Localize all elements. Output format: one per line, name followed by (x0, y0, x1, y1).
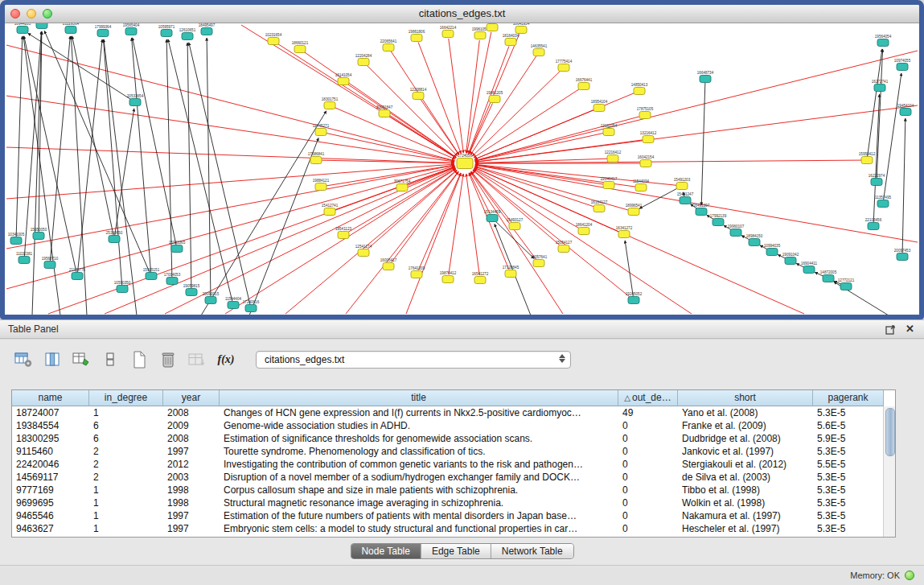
network-canvas[interactable]: 1094420311381113211293641799936419565404… (5, 23, 919, 315)
vertical-scrollbar[interactable] (883, 406, 895, 537)
table-row[interactable]: 1938455462009Genome-wide association stu… (12, 419, 895, 432)
function-builder-icon[interactable]: f(x) (216, 350, 236, 369)
citation-network-graph[interactable]: 1094420311381113211293641799936419565404… (5, 23, 919, 315)
graph-node[interactable]: 16648734 (697, 71, 714, 83)
graph-node[interactable]: 15054127 (556, 241, 573, 253)
graph-node[interactable]: 20097453 (894, 249, 911, 261)
graph-node[interactable]: 18660121 (292, 41, 309, 53)
graph-node[interactable]: 10341005 (8, 233, 25, 245)
graph-node[interactable]: 21129364 (63, 23, 80, 34)
column-header-out-de-[interactable]: △out_de… (618, 390, 678, 406)
window-close-button[interactable] (10, 9, 20, 19)
column-header-short[interactable]: short (678, 390, 813, 406)
show-columns-icon[interactable] (42, 350, 63, 369)
graph-node[interactable]: 18541123 (335, 227, 352, 239)
graph-node[interactable]: 10944203 (14, 23, 31, 34)
graph-node[interactable]: 19961054 (472, 27, 489, 39)
graph-node[interactable]: 18495497 (199, 23, 216, 35)
table-mode-icon[interactable] (13, 350, 34, 369)
window-zoom-button[interactable] (43, 9, 52, 19)
graph-node[interactable]: 25160650 (106, 231, 123, 243)
graph-node[interactable]: 19861205 (487, 91, 503, 103)
graph-hub-node[interactable]: 1724056 (457, 154, 473, 169)
column-header-in-degree[interactable]: in_degree (89, 390, 163, 406)
graph-node[interactable]: 19861806 (409, 30, 425, 42)
graph-node[interactable]: 19454104 (897, 104, 914, 116)
graph-node[interactable]: 10974055 (894, 59, 911, 71)
graph-node[interactable]: 20533654 (127, 94, 144, 106)
graph-node[interactable]: 16125436 (484, 23, 501, 31)
graph-node[interactable]: 15983365 (169, 241, 186, 253)
graph-node[interactable]: 17128845 (503, 266, 519, 278)
graph-node[interactable]: 20090015 (203, 292, 220, 304)
graph-node[interactable]: 16042154 (638, 155, 655, 167)
graph-node[interactable]: 13216412 (640, 131, 657, 143)
graph-node[interactable]: 17586841 (308, 152, 325, 164)
table-row[interactable]: 946554611997Estimation of the future num… (12, 509, 895, 522)
trash-icon[interactable] (158, 350, 179, 369)
graph-node[interactable]: 16904411 (801, 262, 818, 274)
graph-node[interactable]: 14850413 (631, 83, 648, 95)
graph-node[interactable]: 11381113 (34, 23, 50, 29)
graph-node[interactable]: 11544404 (225, 297, 242, 309)
graph-node[interactable]: 12208814 (410, 88, 427, 100)
graph-node[interactable]: 18301751 (322, 97, 339, 109)
graph-node[interactable]: 12610651 (179, 28, 196, 40)
table-selector-dropdown[interactable]: citations_edges.txt (256, 351, 571, 369)
window-titlebar[interactable]: citations_edges.txt (5, 5, 919, 23)
table-row[interactable]: 1872400712008Changes of HCN gene express… (12, 406, 895, 419)
graph-node[interactable]: 12161054 (601, 124, 618, 136)
create-column-icon[interactable] (71, 350, 92, 369)
graph-node[interactable]: 15950050 (31, 228, 47, 240)
table-row[interactable]: 1830029562008Estimation of significance … (12, 432, 895, 445)
graph-node[interactable]: 15905151 (143, 268, 160, 280)
column-header-name[interactable]: name (12, 390, 89, 406)
graph-node[interactable]: 16164127 (591, 200, 608, 212)
graph-node[interactable]: 19884121 (313, 179, 330, 191)
graph-node[interactable]: 10994035 (764, 244, 781, 256)
table-row[interactable]: 969969511998Structural magnetic resonanc… (12, 496, 895, 509)
graph-node[interactable]: 15958412 (859, 152, 876, 164)
graph-node[interactable]: 11544094 (633, 179, 650, 192)
float-panel-icon[interactable] (885, 324, 896, 335)
table-row[interactable]: 1456911722003Disruption of a novel membe… (12, 471, 895, 484)
tab-edge-table[interactable]: Edge Table (421, 544, 491, 558)
table-row[interactable]: 946362711997Embryonic stem cells: a mode… (12, 522, 895, 535)
window-minimize-button[interactable] (27, 9, 36, 19)
graph-node[interactable]: 16676441 (576, 78, 593, 90)
graph-node[interactable]: 18641204 (576, 223, 593, 235)
graph-node[interactable]: 18641934 (513, 23, 530, 34)
tab-network-table[interactable]: Network Table (491, 544, 573, 558)
table-row[interactable]: 911546021997Tourette syndrome. Phenomeno… (12, 445, 895, 458)
table-row[interactable]: 977716911998Corpus callosum shape and si… (12, 484, 895, 496)
new-file-icon[interactable] (129, 350, 150, 369)
graph-node[interactable]: 16642214 (440, 26, 457, 38)
graph-node[interactable]: 10595971 (158, 25, 175, 37)
graph-node[interactable]: 19564054 (875, 35, 892, 47)
graph-node[interactable]: 12745271 (313, 124, 330, 136)
graph-node[interactable]: 12772121 (838, 278, 855, 290)
graph-node[interactable]: 11032381 (16, 252, 33, 264)
graph-node[interactable]: 16272741 (872, 80, 889, 92)
table-row[interactable]: 2242004622012Investigating the contribut… (12, 458, 895, 471)
memory-ok-indicator-icon[interactable] (905, 571, 914, 580)
graph-node[interactable]: 30091847 (376, 105, 393, 117)
graph-node[interactable]: 18057641 (531, 255, 548, 267)
graph-node[interactable]: 12216412 (605, 150, 622, 163)
graph-node[interactable]: 18984150 (746, 234, 763, 246)
graph-node[interactable]: 15491247 (677, 192, 694, 204)
graph-node[interactable]: 15491203 (674, 178, 691, 190)
graph-node[interactable]: 12204284 (355, 54, 372, 66)
graph-node[interactable]: 17992139 (710, 214, 727, 226)
column-header-pagerank[interactable]: pagerank (813, 390, 884, 406)
graph-node[interactable]: 17775414 (556, 60, 573, 72)
graph-node[interactable]: 17999364 (95, 25, 112, 37)
graph-node[interactable]: 16541272 (472, 272, 489, 284)
graph-node[interactable]: 11357495 (875, 196, 892, 208)
graph-node[interactable]: 17240616 (243, 300, 260, 312)
column-header-title[interactable]: title (220, 390, 618, 406)
graph-node[interactable]: 19245052 (626, 292, 643, 304)
graph-node[interactable]: 14872005 (820, 270, 837, 282)
graph-node[interactable]: 18954104 (591, 100, 608, 112)
graph-node[interactable]: 18996541 (626, 204, 643, 216)
